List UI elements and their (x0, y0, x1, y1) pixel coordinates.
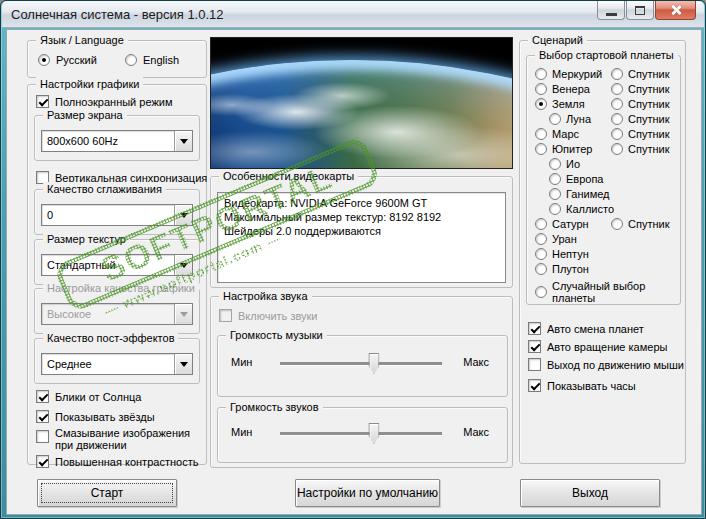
chevron-down-icon[interactable] (174, 131, 192, 151)
radio-icon[interactable] (38, 54, 50, 66)
checkbox-auto-change-planets[interactable]: Авто смена планет (528, 322, 644, 335)
radio-planet-pluto[interactable]: Плутон (535, 261, 680, 276)
radio-satellite[interactable]: Спутник (611, 113, 669, 125)
minimize-icon (606, 13, 617, 16)
radio-satellite[interactable]: Спутник (611, 128, 669, 140)
radio-icon[interactable] (535, 143, 547, 155)
radio-planet-uranus[interactable]: Уран (535, 231, 680, 246)
checkbox-auto-rotate-camera[interactable]: Авто вращение камеры (528, 340, 667, 353)
checkbox-sun-flares[interactable]: Блики от Солнца (36, 390, 141, 403)
radio-planet-jupiter[interactable]: Юпитер Спутник (535, 141, 680, 156)
radio-satellite[interactable]: Спутник (611, 68, 669, 80)
sfx-volume-slider-thumb[interactable] (368, 423, 379, 444)
start-button[interactable]: Старт (37, 479, 177, 507)
title-bar[interactable]: Солнечная система - версия 1.0.12 (2, 1, 704, 28)
music-volume-slider[interactable] (280, 362, 442, 365)
defaults-button[interactable]: Настройки по умолчанию (295, 479, 440, 507)
radio-planet-mercury[interactable]: Меркурий Спутник (535, 66, 680, 81)
checkbox-icon[interactable] (36, 390, 49, 403)
sfx-volume-min-label: Мин (231, 426, 252, 438)
texture-size-value: Стандартный (42, 259, 174, 271)
radio-icon[interactable] (535, 83, 547, 95)
radio-icon[interactable] (611, 128, 623, 140)
checkbox-exit-on-mouse-move[interactable]: Выход по движению мыши (528, 358, 684, 371)
radio-random-planet[interactable]: Случайный выбор планеты (535, 284, 680, 299)
music-volume-max-label: Макс (463, 356, 489, 368)
radio-icon[interactable] (535, 98, 547, 110)
radio-planet-moon[interactable]: Луна Спутник (535, 111, 680, 126)
radio-icon[interactable] (549, 113, 561, 125)
radio-language-russian[interactable]: Русский (38, 54, 97, 66)
radio-icon[interactable] (611, 143, 623, 155)
video-card-line: Видеокарта: NVIDIA GeForce 9600M GT (224, 196, 499, 210)
post-effects-select[interactable]: Среднее (41, 353, 193, 375)
checkbox-fullscreen[interactable]: Полноэкранный режим (36, 95, 173, 108)
chevron-down-icon[interactable] (174, 205, 192, 225)
checkbox-show-clock[interactable]: Показывать часы (528, 379, 636, 392)
radio-planet-neptune[interactable]: Нептун (535, 246, 680, 261)
radio-label: Спутник (628, 98, 669, 110)
music-volume-slider-thumb[interactable] (368, 353, 379, 374)
checkbox-motion-blur[interactable]: Смазывание изображения при движении (36, 427, 198, 451)
checkbox-high-contrast[interactable]: Повышенная контрастность (36, 455, 198, 468)
radio-icon[interactable] (549, 203, 561, 215)
sfx-volume-slider[interactable] (280, 432, 442, 435)
checkbox-icon[interactable] (36, 95, 49, 108)
checkbox-show-stars[interactable]: Показывать звёзды (36, 410, 155, 423)
quality-preset-select: Высокое (41, 303, 193, 325)
checkbox-icon[interactable] (36, 430, 49, 443)
radio-label: Ганимед (566, 188, 610, 200)
screen-size-select[interactable]: 800x600 60Hz (41, 130, 193, 152)
radio-satellite[interactable]: Спутник (611, 143, 669, 155)
radio-icon[interactable] (535, 286, 547, 298)
radio-satellite[interactable]: Спутник (611, 83, 669, 95)
radio-satellite[interactable]: Спутник (611, 218, 669, 230)
radio-icon[interactable] (611, 68, 623, 80)
radio-icon[interactable] (549, 173, 561, 185)
antialiasing-select[interactable]: 0 (41, 204, 193, 226)
radio-moon-ganymede[interactable]: Ганимед (535, 186, 680, 201)
checkbox-icon[interactable] (528, 322, 541, 335)
radio-planet-venus[interactable]: Венера Спутник (535, 81, 680, 96)
radio-planet-saturn[interactable]: Сатурн Спутник (535, 216, 680, 231)
radio-moon-europa[interactable]: Европа (535, 171, 680, 186)
checkbox-icon[interactable] (528, 358, 541, 371)
chevron-down-icon[interactable] (174, 354, 192, 374)
checkbox-icon[interactable] (36, 410, 49, 423)
checkbox-icon[interactable] (528, 379, 541, 392)
scenario-group: Сценарий Выбор стартовой планеты Меркури… (519, 40, 686, 464)
video-card-group: Особенности видеокарты Видеокарта: NVIDI… (210, 176, 513, 288)
radio-icon[interactable] (611, 98, 623, 110)
radio-icon[interactable] (125, 54, 137, 66)
radio-satellite[interactable]: Спутник (611, 98, 669, 110)
exit-button[interactable]: Выход (520, 479, 660, 507)
radio-icon[interactable] (611, 83, 623, 95)
post-effects-group: Качество пост-эффектов Среднее (34, 338, 200, 384)
maximize-button[interactable] (626, 1, 654, 20)
radio-icon[interactable] (535, 218, 547, 230)
radio-moon-callisto[interactable]: Каллисто (535, 201, 680, 216)
radio-icon[interactable] (549, 188, 561, 200)
radio-planet-earth[interactable]: Земля Спутник (535, 96, 680, 111)
radio-icon[interactable] (535, 248, 547, 260)
checkbox-icon[interactable] (528, 340, 541, 353)
close-button[interactable] (655, 1, 696, 20)
checkbox-icon[interactable] (36, 455, 49, 468)
radio-icon[interactable] (611, 113, 623, 125)
radio-language-english[interactable]: English (125, 54, 179, 66)
radio-icon[interactable] (535, 68, 547, 80)
radio-icon[interactable] (535, 128, 547, 140)
window-title: Солнечная система - версия 1.0.12 (2, 7, 224, 22)
radio-icon[interactable] (549, 158, 561, 170)
radio-icon[interactable] (535, 233, 547, 245)
texture-size-group: Размер текстур Стандартный (34, 239, 200, 285)
video-card-line: Максимальный размер текстур: 8192 8192 (224, 210, 499, 224)
radio-icon[interactable] (611, 218, 623, 230)
radio-icon[interactable] (535, 263, 547, 275)
chevron-down-icon[interactable] (174, 255, 192, 275)
radio-planet-mars[interactable]: Марс Спутник (535, 126, 680, 141)
minimize-button[interactable] (597, 1, 625, 20)
texture-size-select[interactable]: Стандартный (41, 254, 193, 276)
radio-moon-io[interactable]: Ио (535, 156, 680, 171)
radio-label: Юпитер (552, 143, 592, 155)
